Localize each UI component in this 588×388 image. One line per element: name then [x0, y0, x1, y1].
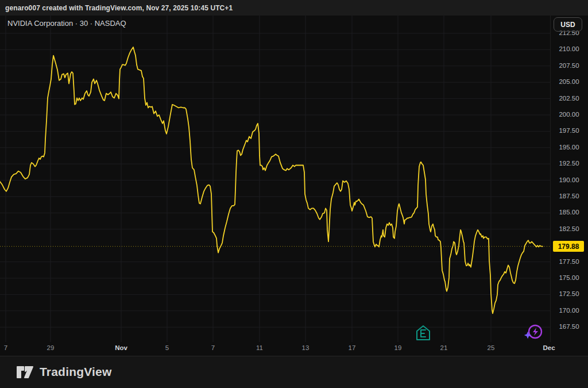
price-tick-label: 195.00: [551, 144, 587, 151]
price-axis[interactable]: 179.88 212.50210.00207.50205.00202.50200…: [550, 16, 588, 342]
price-tick-label: 192.50: [551, 160, 587, 167]
price-tick-label: 175.00: [551, 274, 587, 281]
tradingview-snapshot: { "attribution": { "text": "genaro007 cr…: [0, 0, 588, 388]
price-tick-label: 167.50: [551, 323, 587, 330]
time-tick-label: 25: [478, 344, 504, 351]
last-price-badge: 179.88: [553, 241, 584, 252]
price-tick-label: 190.00: [551, 176, 587, 183]
attribution-bar: genaro007 created with TradingView.com, …: [0, 0, 588, 16]
price-tick-label: 177.50: [551, 258, 587, 265]
tradingview-logo[interactable]: TradingView: [16, 365, 112, 379]
price-tick-label: 210.00: [551, 45, 587, 52]
price-tick-label: 172.50: [551, 290, 587, 297]
time-tick-label: 5: [154, 344, 180, 351]
tradingview-brand-text: TradingView: [40, 365, 112, 379]
time-tick-label: 7: [0, 344, 18, 351]
chart-pane[interactable]: NVIDIA Corporation · 30 · NASDAQ USD 179…: [0, 16, 588, 356]
time-tick-label: 7: [200, 344, 226, 351]
price-tick-label: 200.00: [551, 111, 587, 118]
tradingview-mark-icon: [16, 366, 34, 379]
price-tick-label: 207.50: [551, 62, 587, 69]
currency-unit-button[interactable]: USD: [554, 17, 582, 32]
price-tick-label: 185.00: [551, 209, 587, 216]
earnings-marker[interactable]: [416, 325, 431, 344]
price-tick-label: 202.50: [551, 95, 587, 102]
time-tick-label: 11: [247, 344, 272, 351]
earnings-house-icon: [416, 325, 431, 341]
time-tick-label: 19: [385, 344, 411, 351]
symbol-title: NVIDIA Corporation · 30 · NASDAQ: [7, 19, 126, 28]
time-tick-label: 17: [339, 344, 365, 351]
ai-flash-marker[interactable]: [523, 322, 545, 347]
attribution-text: genaro007 created with TradingView.com, …: [0, 4, 233, 12]
time-tick-label: 21: [431, 344, 457, 351]
price-tick-label: 182.50: [551, 225, 587, 232]
time-tick-label: Nov: [109, 344, 134, 351]
footer-bar: TradingView: [0, 356, 588, 388]
price-tick-label: 187.50: [551, 193, 587, 199]
price-tick-label: 205.00: [551, 78, 587, 85]
time-tick-label: 29: [38, 344, 63, 351]
lightning-circle-icon: [523, 322, 545, 344]
price-tick-label: 170.00: [551, 307, 587, 314]
price-tick-label: 197.50: [551, 127, 587, 134]
price-chart-canvas[interactable]: [0, 16, 588, 356]
time-axis[interactable]: 729Nov57111317192125Dec: [0, 342, 588, 356]
time-tick-label: 13: [293, 344, 318, 351]
